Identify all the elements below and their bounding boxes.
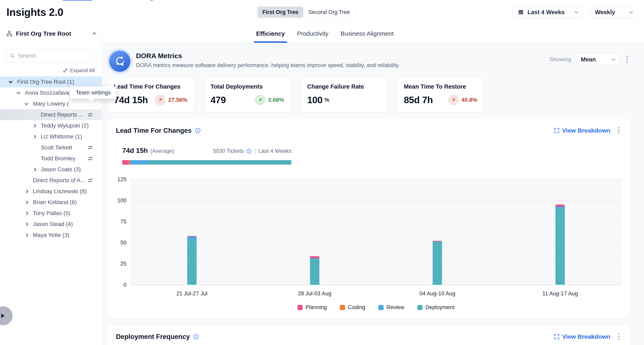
team-settings-icon[interactable] bbox=[87, 144, 93, 150]
sidebar-collapse-chevron-icon[interactable] bbox=[92, 32, 96, 36]
chevron-slot bbox=[25, 223, 33, 226]
tree-item-label: Tony Pallas (5) bbox=[33, 210, 70, 216]
tree-item-label: Direct Reports of A... bbox=[33, 177, 85, 184]
view-breakdown-link[interactable]: View Breakdown bbox=[554, 333, 610, 340]
y-axis-label-0: 0 bbox=[124, 282, 126, 288]
chevron-down-icon[interactable] bbox=[16, 90, 20, 94]
bar-segment-review bbox=[556, 206, 565, 208]
showing-select[interactable]: Mean bbox=[576, 54, 619, 65]
tree-row-mary-lowery[interactable]: Mary Lowery ( bbox=[0, 98, 102, 109]
tree-row-direct-reports[interactable]: Direct Reports ... bbox=[0, 109, 102, 120]
tree-row-scott-tarkett[interactable]: Scott Tarkett bbox=[0, 142, 102, 153]
tree-row-todd-bromley[interactable]: Todd Bromley bbox=[0, 153, 102, 164]
info-icon[interactable] bbox=[193, 334, 199, 340]
team-settings-icon[interactable] bbox=[87, 156, 93, 162]
granularity-select[interactable]: Weekly bbox=[590, 6, 638, 18]
chevron-slot bbox=[25, 212, 33, 215]
org-tree: First Org Tree Root (1)Anna ScozzafavaMa… bbox=[0, 76, 102, 240]
chevron-right-icon[interactable] bbox=[24, 212, 28, 215]
tree-row-direct-reports-of-a[interactable]: Direct Reports of A... bbox=[0, 175, 102, 186]
lead-time-kebab-menu[interactable] bbox=[616, 126, 622, 136]
chevron-down-icon bbox=[629, 10, 633, 14]
view-breakdown-link[interactable]: View Breakdown bbox=[554, 127, 610, 134]
chevron-right-icon[interactable] bbox=[32, 124, 36, 128]
tree-row-liz-whittome-1[interactable]: Liz Whittome (1) bbox=[0, 131, 102, 142]
metric-card-total-deployments: Total Deployments4793.68% bbox=[204, 78, 290, 112]
tree-item-label: Anna Scozzafava bbox=[25, 90, 69, 96]
gridline-25 bbox=[130, 264, 622, 264]
x-axis-label-3: 04 Aug-10 Aug bbox=[420, 290, 455, 297]
org-toggle-option-1[interactable]: First Org Tree bbox=[258, 7, 303, 18]
bar-segment-deployment bbox=[187, 240, 196, 285]
chevron-right-icon[interactable] bbox=[24, 222, 28, 226]
tab-business-alignment[interactable]: Business Alignment bbox=[340, 24, 394, 43]
metric-cards-row: Lead Time For Changes74d 15h27.56%Total … bbox=[108, 78, 630, 112]
tree-item-label: Lindsay Liszewski (8) bbox=[33, 188, 87, 194]
search-input[interactable] bbox=[18, 52, 92, 59]
tree-row-maya-yette-3[interactable]: Maya Yette (3) bbox=[0, 230, 102, 240]
gridline-100 bbox=[130, 200, 622, 201]
tree-item-label: Teddy Wylupski (2) bbox=[41, 122, 88, 129]
org-toggle-option-2[interactable]: Second Org Tree bbox=[303, 7, 355, 18]
metric-value: 479 bbox=[210, 94, 226, 106]
tab-productivity[interactable]: Productivity bbox=[297, 24, 328, 43]
stacked-bar-1[interactable] bbox=[187, 236, 196, 285]
period-select[interactable]: Last 4 Weeks bbox=[513, 6, 582, 18]
team-settings-icon[interactable] bbox=[87, 177, 93, 184]
stacked-bar-2[interactable] bbox=[310, 256, 319, 285]
stacked-bar-3[interactable] bbox=[433, 241, 442, 285]
legend-item-review: Review bbox=[378, 304, 404, 310]
chevron-slot bbox=[33, 136, 41, 138]
metric-card-title: Total Deployments bbox=[210, 83, 284, 90]
tree-item-label: Maya Yette (3) bbox=[33, 232, 70, 238]
trend-arrow-icon bbox=[448, 94, 459, 106]
tree-row-tony-pallas-5[interactable]: Tony Pallas (5) bbox=[0, 208, 102, 219]
deployment-kebab-menu[interactable] bbox=[616, 332, 622, 342]
bar-segment-planning bbox=[310, 256, 319, 258]
y-axis-label-125: 125 bbox=[117, 176, 126, 183]
metric-card-title: Lead Time For Changes bbox=[114, 83, 188, 90]
lead-time-section: Lead Time For Changes View Breakdown bbox=[108, 118, 630, 318]
chevron-down-icon bbox=[574, 10, 578, 14]
legend-label: Deployment bbox=[425, 304, 454, 310]
stacked-bar-4[interactable] bbox=[556, 204, 565, 285]
chevron-right-icon[interactable] bbox=[32, 168, 36, 171]
tab-efficiency[interactable]: Efficiency bbox=[256, 24, 285, 43]
page-title: Insights 2.0 bbox=[6, 6, 63, 18]
tree-row-brian-kirkland-6[interactable]: Brian Kirkland (6) bbox=[0, 197, 102, 208]
info-icon[interactable] bbox=[246, 148, 252, 154]
browser-remnant-bar bbox=[63, 0, 92, 0]
dora-kebab-menu[interactable] bbox=[624, 54, 630, 64]
period-label: Last 4 Weeks bbox=[258, 148, 292, 154]
chevron-right-icon[interactable] bbox=[24, 233, 28, 237]
legend-label: Review bbox=[386, 304, 404, 310]
active-tab-underline bbox=[254, 41, 287, 43]
metric-value: 100 bbox=[307, 94, 322, 106]
dora-description: DORA metrics measure software delivery p… bbox=[136, 62, 400, 68]
chevron-right-icon[interactable] bbox=[24, 190, 28, 193]
legend-swatch bbox=[417, 305, 422, 310]
y-axis-label-50: 50 bbox=[120, 240, 126, 246]
metric-card-change-failure-rate: Change Failure Rate100% bbox=[301, 78, 387, 112]
tree-row-teddy-wylupski-2[interactable]: Teddy Wylupski (2) bbox=[0, 120, 102, 131]
chevron-slot bbox=[25, 234, 33, 236]
org-tree-toggle: First Org TreeSecond Org Tree bbox=[256, 6, 356, 19]
tree-row-first-org-tree-root-1[interactable]: First Org Tree Root (1) bbox=[0, 76, 102, 87]
view-breakdown-label: View Breakdown bbox=[562, 127, 610, 134]
tab-label: Productivity bbox=[297, 30, 328, 37]
chevron-right-icon[interactable] bbox=[32, 135, 36, 138]
tree-item-label: First Org Tree Root (1) bbox=[17, 79, 74, 85]
team-settings-icon[interactable] bbox=[87, 112, 93, 118]
tree-row-jason-stead-4[interactable]: Jason Stead (4) bbox=[0, 219, 102, 230]
trend-badge: 3.68% bbox=[255, 94, 284, 106]
chevron-down-icon[interactable] bbox=[9, 80, 12, 83]
tree-row-jason-coats-3[interactable]: Jason Coats (3) bbox=[0, 164, 102, 175]
chevron-slot bbox=[33, 124, 41, 127]
chevron-down-icon[interactable] bbox=[24, 101, 28, 105]
chevron-right-icon[interactable] bbox=[24, 200, 28, 204]
legend-label: Coding bbox=[348, 304, 365, 310]
chevron-slot bbox=[33, 168, 41, 171]
tree-row-lindsay-liszewski-8[interactable]: Lindsay Liszewski (8) bbox=[0, 186, 102, 197]
info-icon[interactable] bbox=[195, 128, 201, 134]
expand-all-button[interactable]: Expand All bbox=[7, 67, 95, 74]
